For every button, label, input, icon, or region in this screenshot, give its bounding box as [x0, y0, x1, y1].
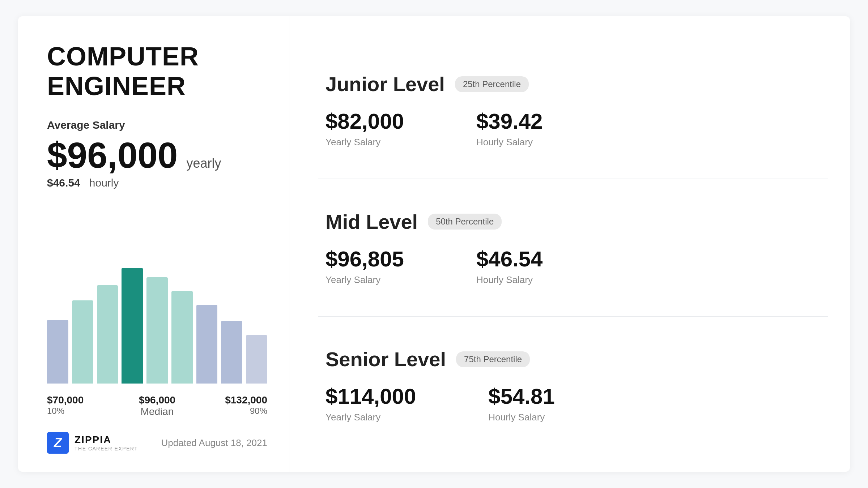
level-header-1: Mid Level 50th Percentile — [326, 210, 821, 234]
chart-right-salary: $132,000 — [217, 394, 267, 406]
yearly-salary-item-0: $82,000 Yearly Salary — [326, 109, 404, 148]
percentile-badge-1: 50th Percentile — [428, 214, 502, 230]
hourly-salary-item-2: $54.81 Hourly Salary — [488, 384, 555, 423]
yearly-salary-item-1: $96,805 Yearly Salary — [326, 247, 404, 286]
left-footer: Z ZIPPIA THE CAREER EXPERT Updated Augus… — [47, 432, 267, 454]
zippia-sub: THE CAREER EXPERT — [75, 446, 138, 451]
bars-container — [47, 268, 267, 384]
level-header-2: Senior Level 75th Percentile — [326, 347, 821, 371]
chart-median-label: Median — [98, 406, 217, 418]
chart-label-left: $70,000 10% — [47, 394, 98, 418]
chart-right-pct: 90% — [217, 406, 267, 416]
level-title-1: Mid Level — [326, 210, 418, 234]
bar-2 — [97, 285, 118, 384]
level-section-2: Senior Level 75th Percentile $114,000 Ye… — [326, 317, 821, 454]
main-card: COMPUTER ENGINEER Average Salary $96,000… — [18, 16, 850, 472]
bar-3 — [122, 268, 143, 384]
salary-hourly-amount: $46.54 — [47, 177, 80, 189]
bar-7 — [221, 321, 242, 384]
chart-left-salary: $70,000 — [47, 394, 98, 406]
hourly-salary-label-0: Hourly Salary — [476, 137, 543, 148]
updated-text: Updated August 18, 2021 — [161, 437, 267, 449]
percentile-badge-0: 25th Percentile — [455, 76, 529, 92]
zippia-icon-letter: Z — [54, 435, 62, 450]
percentile-badge-2: 75th Percentile — [456, 351, 530, 367]
hourly-salary-label-2: Hourly Salary — [488, 412, 555, 423]
chart-label-center: $96,000 Median — [98, 394, 217, 418]
bar-5 — [171, 291, 193, 384]
level-header-0: Junior Level 25th Percentile — [326, 72, 821, 96]
zippia-icon: Z — [47, 432, 69, 454]
yearly-salary-value-0: $82,000 — [326, 109, 404, 134]
level-section-0: Junior Level 25th Percentile $82,000 Yea… — [326, 42, 821, 179]
bar-1 — [72, 300, 93, 384]
level-title-2: Senior Level — [326, 347, 446, 371]
hourly-salary-value-1: $46.54 — [476, 247, 543, 271]
bar-0 — [47, 320, 68, 384]
salary-yearly-amount: $96,000 — [47, 137, 178, 173]
yearly-salary-item-2: $114,000 Yearly Salary — [326, 384, 416, 423]
hourly-salary-item-0: $39.42 Hourly Salary — [476, 109, 543, 148]
yearly-salary-label-0: Yearly Salary — [326, 137, 404, 148]
bar-4 — [146, 277, 168, 384]
level-salaries-2: $114,000 Yearly Salary $54.81 Hourly Sal… — [326, 384, 821, 423]
chart-left-pct: 10% — [47, 406, 98, 416]
hourly-salary-label-1: Hourly Salary — [476, 274, 543, 286]
yearly-salary-label-2: Yearly Salary — [326, 412, 416, 423]
salary-hourly-period: hourly — [89, 177, 119, 189]
bar-6 — [196, 305, 218, 384]
right-panel: Junior Level 25th Percentile $82,000 Yea… — [289, 16, 850, 472]
level-section-1: Mid Level 50th Percentile $96,805 Yearly… — [326, 179, 821, 316]
level-salaries-0: $82,000 Yearly Salary $39.42 Hourly Sala… — [326, 109, 821, 148]
left-panel: COMPUTER ENGINEER Average Salary $96,000… — [18, 16, 289, 472]
hourly-salary-value-2: $54.81 — [488, 384, 555, 409]
bar-chart: $70,000 10% $96,000 Median $132,000 90% — [47, 207, 267, 418]
yearly-salary-value-2: $114,000 — [326, 384, 416, 409]
zippia-logo: Z ZIPPIA THE CAREER EXPERT — [47, 432, 138, 454]
yearly-salary-value-1: $96,805 — [326, 247, 404, 271]
chart-label-right: $132,000 90% — [217, 394, 267, 418]
hourly-salary-item-1: $46.54 Hourly Salary — [476, 247, 543, 286]
chart-labels: $70,000 10% $96,000 Median $132,000 90% — [47, 394, 267, 418]
chart-center-salary: $96,000 — [98, 394, 217, 406]
job-title: COMPUTER ENGINEER — [47, 42, 267, 101]
salary-yearly-period: yearly — [186, 156, 221, 171]
hourly-salary-value-0: $39.42 — [476, 109, 543, 134]
level-salaries-1: $96,805 Yearly Salary $46.54 Hourly Sala… — [326, 247, 821, 286]
level-title-0: Junior Level — [326, 72, 445, 96]
avg-salary-label: Average Salary — [47, 119, 267, 131]
yearly-salary-label-1: Yearly Salary — [326, 274, 404, 286]
zippia-text: ZIPPIA THE CAREER EXPERT — [75, 434, 138, 451]
zippia-name: ZIPPIA — [75, 434, 138, 446]
bar-8 — [246, 335, 267, 384]
